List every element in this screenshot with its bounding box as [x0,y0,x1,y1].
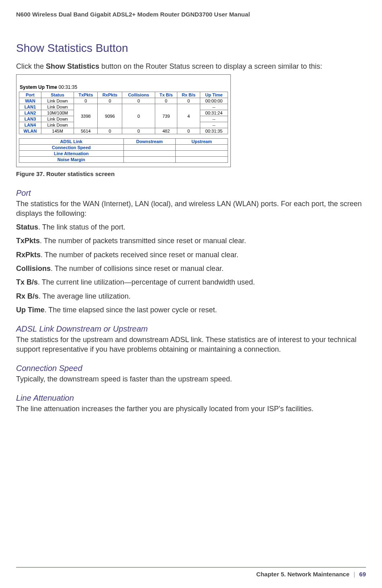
def-term: Up Time [16,306,45,314]
cell: 0 [74,98,98,104]
cell [123,145,176,151]
cell-port: WAN [19,98,41,104]
cell: 739 [155,104,177,128]
cell: -- [200,116,228,122]
table-row: WAN Link Down 0 0 0 0 0 00:00:00 [19,98,228,104]
def-term: Status [16,223,38,231]
line-text: The line attenuation increases the farth… [16,404,366,414]
page-footer: Chapter 5. Network Maintenance | 69 [16,567,366,578]
cell [176,157,228,163]
col-txpkts: TxPkts [74,92,98,98]
table-row: Connection Speed [19,145,228,151]
cell [176,151,228,157]
col-port: Port [19,92,41,98]
table-header-row: Port Status TxPkts RxPkts Collisions Tx … [19,92,228,98]
col-upstream: Upstream [176,139,228,145]
cell-port: LAN4 [19,122,41,128]
def-txpkts: TxPkts. The number of packets transmitte… [16,236,366,246]
def-status: Status. The link status of the port. [16,222,366,232]
footer-separator: | [353,571,355,578]
intro-paragraph: Click the Show Statistics button on the … [16,62,366,71]
system-uptime-value: 00:31:35 [59,84,78,90]
subheading-line-attenuation: Line Attenuation [16,393,366,403]
cell: 0 [177,128,200,134]
table-row: Noise Margin [19,157,228,163]
cell: -- [200,122,228,128]
def-term: Collisions [16,264,51,272]
figure-caption: Figure 37. Router statistics screen [16,170,366,177]
def-term: Rx B/s [16,292,39,300]
cell [176,145,228,151]
port-stats-table: Port Status TxPkts RxPkts Collisions Tx … [19,92,228,134]
cell: 0 [122,98,155,104]
cell: 00:00:00 [200,98,228,104]
footer-chapter: Chapter 5. Network Maintenance [256,571,349,578]
def-term: Tx B/s [16,278,38,286]
cell: Link Down [41,98,74,104]
system-uptime-row: System Up Time 00:31:35 [20,84,228,90]
col-uptime: Up Time [200,92,228,98]
cell: 145M [41,128,74,134]
subheading-adsl: ADSL Link Downstream or Upstream [16,324,366,334]
cell-port: LAN1 [19,104,41,110]
table-row: Line Attenuation [19,151,228,157]
row-noise-margin: Noise Margin [19,157,124,163]
def-text: . The average line utilization. [39,292,131,300]
cell-port: WLAN [19,128,41,134]
cell: 5614 [74,128,98,134]
col-status: Status [41,92,74,98]
cell: 4 [177,104,200,128]
col-downstream: Downstream [123,139,176,145]
cell: 0 [98,128,122,134]
intro-pre: Click the [16,62,46,70]
def-term: TxPkts [16,237,40,245]
subheading-connection-speed: Connection Speed [16,364,366,373]
def-rxbs: Rx B/s. The average line utilization. [16,291,366,301]
conn-text: Typically, the downstream speed is faste… [16,375,366,384]
row-line-attenuation: Line Attenuation [19,151,124,157]
def-term: RxPkts [16,251,41,259]
intro-post: button on the Router Status screen to di… [99,62,322,70]
doc-header: N600 Wireless Dual Band Gigabit ADSL2+ M… [16,11,366,18]
port-intro: The statistics for the WAN (Internet), L… [16,199,366,218]
def-text: . The link status of the port. [38,223,125,231]
cell: 3398 [74,104,98,128]
router-stats-screenshot: System Up Time 00:31:35 Port Status TxPk… [16,74,231,167]
cell: 0 [155,98,177,104]
intro-bold: Show Statistics [46,62,99,70]
cell [123,157,176,163]
row-connection-speed: Connection Speed [19,145,124,151]
port-definitions: Status. The link status of the port. TxP… [16,222,366,315]
cell-port: LAN2 [19,110,41,116]
def-text: . The number of collisions since reset o… [51,264,224,272]
cell: Link Down [41,116,74,122]
subheading-port: Port [16,188,366,198]
def-text: . The number of packets transmitted sinc… [40,237,246,245]
def-text: . The current line utilization—percentag… [38,278,255,286]
cell: 0 [122,128,155,134]
cell: Link Down [41,104,74,110]
cell: 482 [155,128,177,134]
cell: 00:31:35 [200,128,228,134]
cell-port: LAN3 [19,116,41,122]
table-row: WLAN 145M 5614 0 0 482 0 00:31:35 [19,128,228,134]
col-collisions: Collisions [122,92,155,98]
col-txbs: Tx B/s [155,92,177,98]
def-collisions: Collisions. The number of collisions sin… [16,264,366,273]
def-text: . The number of packets received since r… [41,251,238,259]
cell: 0 [122,104,155,128]
cell: 0 [177,98,200,104]
adsl-text: The statistics for the upstream and down… [16,335,366,354]
cell: 0 [98,98,122,104]
cell [123,151,176,157]
system-uptime-label: System Up Time [20,84,57,90]
def-text: . The time elapsed since the last power … [45,306,217,314]
col-rxpkts: RxPkts [98,92,122,98]
table-row: LAN1 Link Down 3398 9096 0 739 4 -- [19,104,228,110]
def-uptime: Up Time. The time elapsed since the last… [16,305,366,315]
col-adsl-link: ADSL Link [19,139,124,145]
adsl-link-table: ADSL Link Downstream Upstream Connection… [19,138,228,163]
footer-page-number: 69 [359,571,366,578]
section-title: Show Statistics Button [16,42,366,55]
cell: 9096 [98,104,122,128]
